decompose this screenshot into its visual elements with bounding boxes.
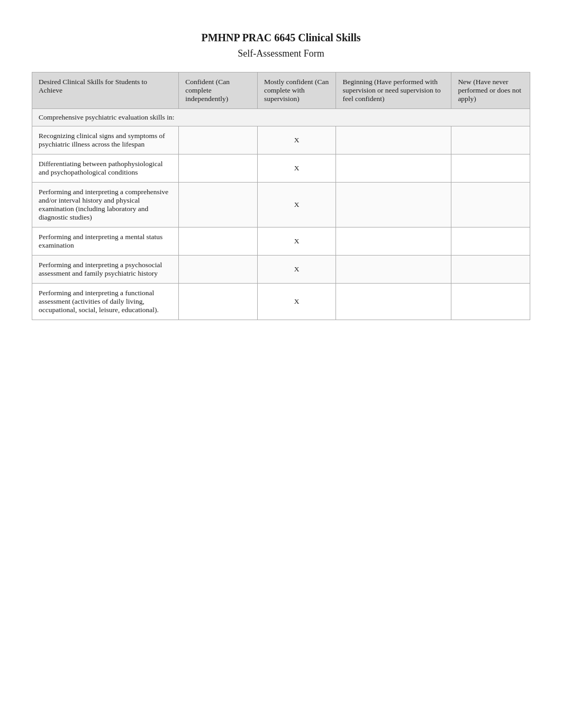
cell-row5-col3: [336, 284, 451, 320]
cell-row0-col4: [451, 126, 530, 154]
cell-row0-col1: [179, 126, 258, 154]
page-title: PMHNP PRAC 6645 Clinical Skills: [32, 32, 530, 44]
section-label: Comprehensive psychiatric evaluation ski…: [32, 109, 530, 126]
section-header-row: Comprehensive psychiatric evaluation ski…: [32, 109, 530, 126]
cell-row3-col3: [336, 228, 451, 256]
cell-row3-col0: Performing and interpreting a mental sta…: [32, 228, 179, 256]
cell-row5-col1: [179, 284, 258, 320]
cell-row4-col0: Performing and interpreting a psychosoci…: [32, 256, 179, 284]
cell-row2-col4: [451, 183, 530, 228]
cell-row3-col2: X: [257, 228, 336, 256]
cell-row4-col2: X: [257, 256, 336, 284]
header-col1: Desired Clinical Skills for Students to …: [32, 72, 179, 109]
table-row: Recognizing clinical signs and symptoms …: [32, 126, 530, 154]
table-row: Performing and interpreting a psychosoci…: [32, 256, 530, 284]
cell-row2-col1: [179, 183, 258, 228]
cell-row1-col4: [451, 154, 530, 183]
cell-row4-col3: [336, 256, 451, 284]
table-header-row: Desired Clinical Skills for Students to …: [32, 72, 530, 109]
cell-row5-col2: X: [257, 284, 336, 320]
cell-row5-col0: Performing and interpreting a functional…: [32, 284, 179, 320]
cell-row1-col1: [179, 154, 258, 183]
cell-row4-col1: [179, 256, 258, 284]
header-col5: New (Have never performed or does not ap…: [451, 72, 530, 109]
table-row: Differentiating between pathophysiologic…: [32, 154, 530, 183]
cell-row0-col3: [336, 126, 451, 154]
cell-row2-col2: X: [257, 183, 336, 228]
cell-row2-col0: Performing and interpreting a comprehens…: [32, 183, 179, 228]
cell-row0-col2: X: [257, 126, 336, 154]
cell-row5-col4: [451, 284, 530, 320]
cell-row0-col0: Recognizing clinical signs and symptoms …: [32, 126, 179, 154]
cell-row1-col0: Differentiating between pathophysiologic…: [32, 154, 179, 183]
page-subtitle: Self-Assessment Form: [32, 48, 530, 59]
header-col4: Beginning (Have performed with supervisi…: [336, 72, 451, 109]
cell-row3-col1: [179, 228, 258, 256]
header-col2: Confident (Can complete independently): [179, 72, 258, 109]
cell-row4-col4: [451, 256, 530, 284]
cell-row1-col3: [336, 154, 451, 183]
cell-row2-col3: [336, 183, 451, 228]
cell-row1-col2: X: [257, 154, 336, 183]
skills-table: Desired Clinical Skills for Students to …: [32, 72, 530, 320]
table-row: Performing and interpreting a mental sta…: [32, 228, 530, 256]
header-col3: Mostly confident (Can complete with supe…: [257, 72, 336, 109]
cell-row3-col4: [451, 228, 530, 256]
table-row: Performing and interpreting a comprehens…: [32, 183, 530, 228]
table-row: Performing and interpreting a functional…: [32, 284, 530, 320]
